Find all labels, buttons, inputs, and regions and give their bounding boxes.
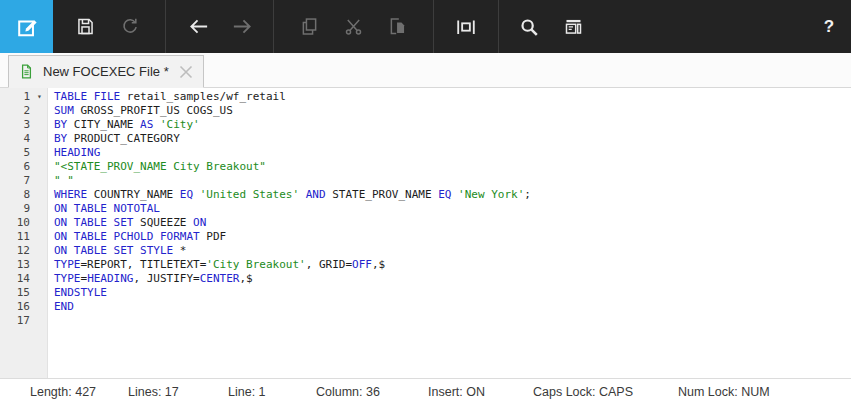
code-line[interactable]: 9ON TABLE NOTOTAL [0, 202, 851, 216]
status-length: Length: 427 [30, 385, 128, 399]
code-line[interactable]: 17 [0, 314, 851, 328]
search-button[interactable] [507, 0, 551, 53]
format-report-icon [563, 16, 584, 37]
toolbar-divider [433, 0, 434, 53]
code-text [49, 314, 54, 328]
format-report-button[interactable] [551, 0, 595, 53]
code-lines[interactable]: 1▾TABLE FILE retail_samples/wf_retail2SU… [0, 88, 851, 328]
help-icon: ? [824, 17, 834, 37]
code-line[interactable]: 6"<STATE_PROV_NAME City Breakout" [0, 160, 851, 174]
code-line[interactable]: 5HEADING [0, 146, 851, 160]
code-text: ON TABLE SET SQUEEZE ON [49, 216, 206, 230]
code-text: TYPE=HEADING, JUSTIFY=CENTER,$ [49, 272, 253, 286]
fold-gutter [30, 174, 49, 188]
cut-button[interactable] [331, 0, 375, 53]
forward-button[interactable] [220, 0, 264, 53]
line-number: 6 [0, 160, 30, 174]
toolbar-divider [273, 0, 274, 53]
code-text: BY PRODUCT_CATEGORY [49, 132, 180, 146]
line-number: 16 [0, 300, 30, 314]
line-number: 3 [0, 118, 30, 132]
copy-icon [299, 16, 320, 37]
save-button[interactable] [63, 0, 107, 53]
refresh-button[interactable] [107, 0, 151, 53]
fold-gutter [30, 118, 49, 132]
status-column: Column: 36 [316, 385, 428, 399]
line-number: 11 [0, 230, 30, 244]
forward-arrow-icon [231, 15, 254, 38]
code-line[interactable]: 7" " [0, 174, 851, 188]
code-text: ON TABLE NOTOTAL [49, 202, 160, 216]
application-window: ? New FOCEXEC File * 1▾TABLE FILE retail… [0, 0, 851, 405]
fold-gutter [30, 272, 49, 286]
tab-new-focexec-file[interactable]: New FOCEXEC File * [8, 55, 204, 88]
code-text: WHERE COUNTRY_NAME EQ 'United States' AN… [49, 188, 531, 202]
code-line[interactable]: 12ON TABLE SET STYLE * [0, 244, 851, 258]
full-view-icon [455, 16, 477, 38]
code-line[interactable]: 10ON TABLE SET SQUEEZE ON [0, 216, 851, 230]
line-number: 2 [0, 104, 30, 118]
help-button[interactable]: ? [807, 0, 851, 53]
code-text: " " [49, 174, 74, 188]
code-line[interactable]: 2SUM GROSS_PROFIT_US COGS_US [0, 104, 851, 118]
code-line[interactable]: 1▾TABLE FILE retail_samples/wf_retail [0, 90, 851, 104]
line-number: 9 [0, 202, 30, 216]
back-arrow-icon [187, 15, 210, 38]
copy-button[interactable] [287, 0, 331, 53]
line-number: 7 [0, 174, 30, 188]
paste-button[interactable] [375, 0, 419, 53]
toolbar-divider [165, 0, 166, 53]
edit-document-icon [16, 16, 38, 38]
code-text: "<STATE_PROV_NAME City Breakout" [49, 160, 266, 174]
line-number: 1 [0, 90, 30, 104]
code-text: ON TABLE SET STYLE * [49, 244, 186, 258]
line-number: 12 [0, 244, 30, 258]
fold-gutter [30, 202, 49, 216]
line-number: 10 [0, 216, 30, 230]
fold-gutter [30, 146, 49, 160]
code-line[interactable]: 8WHERE COUNTRY_NAME EQ 'United States' A… [0, 188, 851, 202]
focexec-file-icon [18, 63, 35, 80]
code-editor[interactable]: 1▾TABLE FILE retail_samples/wf_retail2SU… [0, 88, 851, 378]
fold-gutter [30, 300, 49, 314]
fold-gutter [30, 314, 49, 328]
code-line[interactable]: 4BY PRODUCT_CATEGORY [0, 132, 851, 146]
code-line[interactable]: 14TYPE=HEADING, JUSTIFY=CENTER,$ [0, 272, 851, 286]
code-text: TABLE FILE retail_samples/wf_retail [49, 90, 286, 104]
line-number: 15 [0, 286, 30, 300]
paste-icon [387, 16, 408, 37]
code-text: ON TABLE PCHOLD FORMAT PDF [49, 230, 226, 244]
code-line[interactable]: 11ON TABLE PCHOLD FORMAT PDF [0, 230, 851, 244]
code-text: END [49, 300, 74, 314]
tab-title: New FOCEXEC File * [43, 64, 169, 79]
code-text: HEADING [49, 146, 100, 160]
status-lines: Lines: 17 [128, 385, 228, 399]
fold-gutter [30, 286, 49, 300]
close-tab-icon[interactable] [179, 65, 193, 79]
refresh-icon [119, 16, 140, 37]
status-bar: Length: 427Lines: 17Line: 1Column: 36Ins… [0, 378, 851, 405]
line-number: 8 [0, 188, 30, 202]
fold-toggle-icon[interactable]: ▾ [30, 90, 49, 104]
edit-mode-button[interactable] [0, 0, 53, 53]
code-text: SUM GROSS_PROFIT_US COGS_US [49, 104, 233, 118]
code-line[interactable]: 13TYPE=REPORT, TITLETEXT='City Breakout'… [0, 258, 851, 272]
full-view-button[interactable] [444, 0, 488, 53]
code-text: BY CITY_NAME AS 'City' [49, 118, 200, 132]
line-number: 17 [0, 314, 30, 328]
cut-icon [343, 16, 364, 37]
code-text: ENDSTYLE [49, 286, 107, 300]
line-number: 14 [0, 272, 30, 286]
code-line[interactable]: 3BY CITY_NAME AS 'City' [0, 118, 851, 132]
status-caps-lock: Caps Lock: CAPS [533, 385, 678, 399]
fold-gutter [30, 230, 49, 244]
save-icon [75, 16, 96, 37]
toolbar-divider [498, 0, 499, 53]
code-line[interactable]: 16END [0, 300, 851, 314]
code-text: TYPE=REPORT, TITLETEXT='City Breakout', … [49, 258, 385, 272]
back-button[interactable] [176, 0, 220, 53]
tab-bar: New FOCEXEC File * [0, 53, 851, 88]
status-insert: Insert: ON [428, 385, 533, 399]
line-number: 13 [0, 258, 30, 272]
code-line[interactable]: 15ENDSTYLE [0, 286, 851, 300]
